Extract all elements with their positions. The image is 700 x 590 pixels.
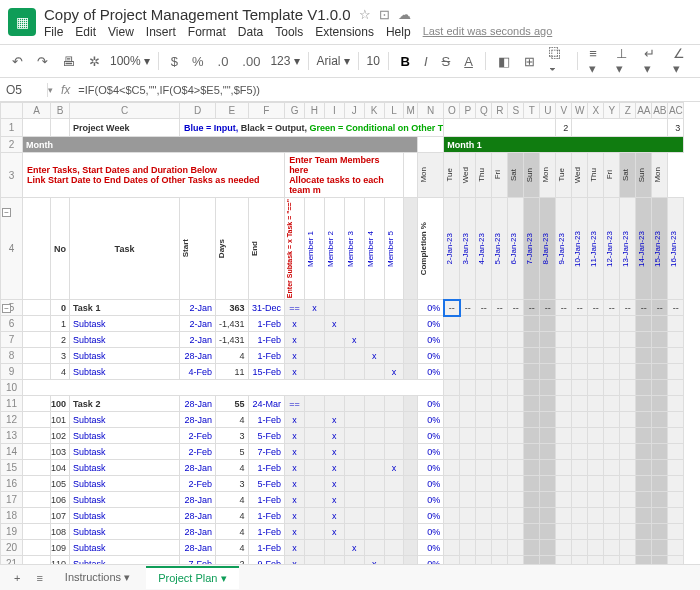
menu-edit[interactable]: Edit [75, 25, 96, 39]
add-sheet-btn[interactable]: + [8, 570, 26, 586]
text-color-btn[interactable]: A [460, 52, 477, 71]
fill-color-btn[interactable]: ◧ [494, 52, 514, 71]
col-header[interactable]: I [324, 103, 344, 119]
col-header[interactable]: AB [652, 103, 668, 119]
col-header[interactable]: O [444, 103, 460, 119]
menu-file[interactable]: File [44, 25, 63, 39]
row-header[interactable]: 1 [1, 119, 23, 137]
row-header[interactable]: 20 [1, 540, 23, 556]
col-header[interactable] [1, 103, 23, 119]
row-header[interactable]: 11 [1, 396, 23, 412]
table-row[interactable]: 20109Subtask28-Jan41-Febxx0% [1, 540, 684, 556]
menu-help[interactable]: Help [386, 25, 411, 39]
menu-extensions[interactable]: Extensions [315, 25, 374, 39]
print-icon[interactable]: 🖶 [58, 52, 79, 71]
wrap-btn[interactable]: ↵ ▾ [640, 44, 663, 78]
all-sheets-btn[interactable]: ≡ [30, 570, 48, 586]
table-row[interactable]: 94Subtask4-Feb1115-Febxx0% [1, 364, 684, 380]
col-header[interactable]: J [344, 103, 364, 119]
col-header[interactable]: F [248, 103, 285, 119]
bold-btn[interactable]: B [397, 52, 414, 71]
currency-btn[interactable]: $ [167, 52, 182, 71]
menu-format[interactable]: Format [188, 25, 226, 39]
table-row[interactable]: 12101Subtask28-Jan41-Febxx0% [1, 412, 684, 428]
col-header[interactable]: L [384, 103, 404, 119]
move-icon[interactable]: ⊡ [379, 7, 390, 22]
col-header[interactable]: A [23, 103, 51, 119]
tab-project-plan[interactable]: Project Plan ▾ [146, 566, 238, 589]
menu-view[interactable]: View [108, 25, 134, 39]
redo-icon[interactable]: ↷ [33, 52, 52, 71]
row-header[interactable]: 19 [1, 524, 23, 540]
col-header[interactable]: B [51, 103, 70, 119]
percent-btn[interactable]: % [188, 52, 208, 71]
inc-dec-btn[interactable]: .00 [238, 52, 264, 71]
col-header[interactable]: AA [636, 103, 652, 119]
table-row[interactable]: 61Subtask2-Jan-1,4311-Febxx0% [1, 316, 684, 332]
table-row[interactable]: 16105Subtask2-Feb35-Febxx0% [1, 476, 684, 492]
row-header[interactable]: 9 [1, 364, 23, 380]
italic-btn[interactable]: I [420, 52, 432, 71]
spreadsheet-table[interactable]: ABCDEFGHIJKLMNOPQRSTUVWXYZAAABAC 1Projec… [0, 102, 684, 564]
col-header[interactable]: T [524, 103, 540, 119]
row-header[interactable]: 3 [1, 153, 23, 198]
name-box[interactable]: O5 [0, 83, 48, 97]
row-header[interactable]: 18 [1, 508, 23, 524]
table-row[interactable]: 14103Subtask2-Feb57-Febxx0% [1, 444, 684, 460]
doc-title[interactable]: Copy of Project Management Template V1.0… [44, 6, 351, 23]
formula-input[interactable]: =IF(O$4<$C5,"",IF(O$4>$E5,"",$F5)) [78, 84, 260, 96]
table-row[interactable]: 13102Subtask2-Feb35-Febxx0% [1, 428, 684, 444]
table-row[interactable]: 18107Subtask28-Jan41-Febxx0% [1, 508, 684, 524]
borders-btn[interactable]: ⊞ [520, 52, 539, 71]
number-format[interactable]: 123 ▾ [270, 54, 299, 68]
row-header[interactable]: 12 [1, 412, 23, 428]
row-header[interactable]: 7 [1, 332, 23, 348]
col-header[interactable]: P [460, 103, 476, 119]
halign-btn[interactable]: ≡ ▾ [585, 44, 605, 78]
strike-btn[interactable]: S [438, 52, 455, 71]
group-toggle-2[interactable]: − [2, 304, 11, 313]
menu-data[interactable]: Data [238, 25, 263, 39]
table-row[interactable]: 11100Task 228-Jan5524-Mar==0% [1, 396, 684, 412]
table-row[interactable]: 72Subtask2-Jan-1,4311-Febxx0% [1, 332, 684, 348]
table-row[interactable]: 83Subtask28-Jan41-Febxx0% [1, 348, 684, 364]
sheets-logo[interactable]: ▦ [8, 8, 36, 36]
col-header[interactable]: AC [668, 103, 684, 119]
menu-insert[interactable]: Insert [146, 25, 176, 39]
table-row[interactable]: 17106Subtask28-Jan41-Febxx0% [1, 492, 684, 508]
col-header[interactable]: G [285, 103, 305, 119]
cloud-icon[interactable]: ☁ [398, 7, 411, 22]
col-header[interactable]: Q [476, 103, 492, 119]
font-select[interactable]: Arial ▾ [316, 54, 349, 68]
group-toggle-1[interactable]: − [2, 208, 11, 217]
row-header[interactable]: 8 [1, 348, 23, 364]
row-header[interactable]: 15 [1, 460, 23, 476]
dec-dec-btn[interactable]: .0 [214, 52, 233, 71]
col-header[interactable]: S [508, 103, 524, 119]
col-header[interactable]: W [572, 103, 588, 119]
menu-tools[interactable]: Tools [275, 25, 303, 39]
size-select[interactable]: 10 [367, 54, 380, 68]
col-header[interactable]: E [215, 103, 248, 119]
row-header[interactable]: 21 [1, 556, 23, 564]
sheet-grid[interactable]: − − ABCDEFGHIJKLMNOPQRSTUVWXYZAAABAC 1Pr… [0, 102, 700, 564]
col-header[interactable]: V [556, 103, 572, 119]
valign-btn[interactable]: ⊥ ▾ [612, 44, 635, 78]
col-header[interactable]: M [404, 103, 417, 119]
table-row[interactable]: 50Task 12-Jan36331-Dec==x0%-------------… [1, 300, 684, 316]
col-header[interactable]: R [492, 103, 508, 119]
merge-btn[interactable]: ⿻ ▾ [545, 44, 569, 78]
undo-icon[interactable]: ↶ [8, 52, 27, 71]
col-header[interactable]: X [588, 103, 604, 119]
col-header[interactable]: Z [620, 103, 636, 119]
row-header[interactable]: 6 [1, 316, 23, 332]
col-header[interactable]: C [70, 103, 180, 119]
row-header[interactable]: 16 [1, 476, 23, 492]
star-icon[interactable]: ☆ [359, 7, 371, 22]
row-header[interactable]: 14 [1, 444, 23, 460]
col-header[interactable]: U [540, 103, 556, 119]
paint-icon[interactable]: ✲ [85, 52, 104, 71]
row-header[interactable]: 2 [1, 137, 23, 153]
last-edit[interactable]: Last edit was seconds ago [423, 25, 553, 39]
rotate-btn[interactable]: ∠ ▾ [669, 44, 692, 78]
